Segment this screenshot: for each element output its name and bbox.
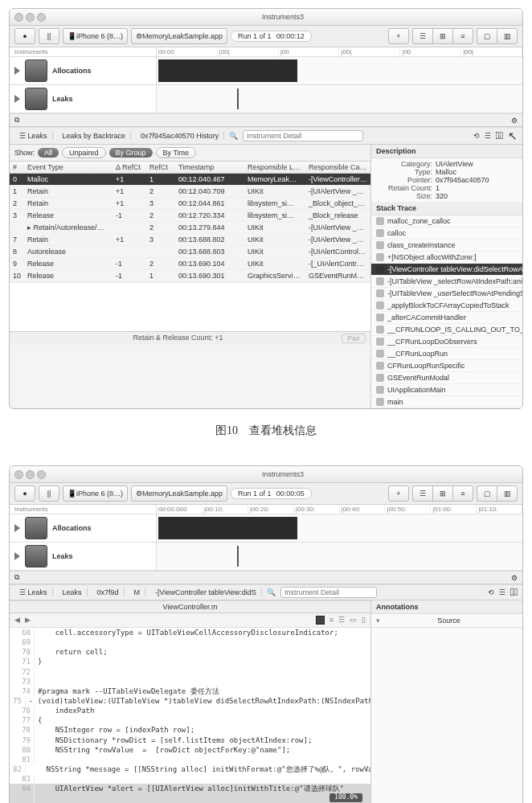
crumb-3[interactable]: M (129, 588, 146, 596)
nav-icon[interactable]: ⟲ (488, 588, 494, 596)
disclosure-icon[interactable] (14, 95, 20, 103)
filter-icon[interactable]: ⧉ (14, 116, 19, 125)
table-row[interactable]: 8Autorelease00:13.688.803UIKit-[UIAlertC… (10, 246, 370, 258)
code-line[interactable]: 68 cell.accessoryType = UITableViewCellA… (10, 628, 370, 637)
crumb-2[interactable]: 0x7f9d (92, 588, 125, 596)
track[interactable]: Leaks (10, 543, 522, 571)
disclosure-icon[interactable] (14, 67, 20, 75)
track[interactable]: Allocations (10, 57, 522, 85)
col-header[interactable]: Event Type (24, 162, 113, 174)
settings-icon[interactable]: ⿲ (496, 132, 503, 140)
stack-frame[interactable]: _afterCACommitHandler (371, 312, 522, 324)
view-seg[interactable]: ▢▥ (477, 485, 518, 502)
code-line[interactable]: 83 (10, 774, 370, 784)
table-row[interactable]: ▸ Retain/Autorelease/Release (3)200:13.2… (10, 222, 370, 234)
list-icon[interactable]: ☰ (485, 132, 491, 140)
gear-icon[interactable]: ⚙ (511, 574, 518, 582)
code-line[interactable]: 82 NSString *message = [[NSString alloc]… (10, 764, 370, 774)
code-line[interactable]: 80 NSString *rowValue = [rowDict objectF… (10, 745, 370, 755)
box-icon[interactable] (316, 616, 325, 625)
events-table[interactable]: #Event TypeΔ RefCtRefCtTimestampResponsi… (10, 162, 370, 282)
stack-frame[interactable]: main (371, 396, 522, 408)
stack-frame[interactable]: -[ViewController tableView:didSelectRowA… (371, 264, 522, 276)
record-button[interactable]: ● (14, 28, 35, 44)
device-selector[interactable]: 📱 iPhone 6 (8…) (63, 28, 128, 44)
pause-button[interactable]: || (39, 28, 59, 44)
table-row[interactable]: 2Retain+1300:12.044.861libsystem_si…_Blo… (10, 198, 370, 210)
table-row[interactable]: 3Release-1200:12.720.334libsystem_si…_Bl… (10, 210, 370, 222)
col-header[interactable]: Δ RefCt (113, 162, 146, 174)
list-icon[interactable]: ☰ (499, 588, 505, 596)
track-label[interactable]: ☰ Leaks (14, 588, 53, 596)
more-icon[interactable]: ▯ (362, 616, 366, 625)
disclosure-icon[interactable] (14, 552, 20, 560)
search-input[interactable] (243, 130, 363, 141)
stack-frame[interactable]: class_createInstance (371, 240, 522, 252)
code-line[interactable]: 78 NSInteger row = [indexPath row]; (10, 725, 370, 735)
add-button[interactable]: + (388, 485, 409, 502)
close-icon[interactable] (14, 470, 23, 479)
code-line[interactable]: 84 UIAlertView *alert = [[UIAlertView al… (10, 784, 370, 802)
crumb-2[interactable]: 0x7f945ac40570 History (136, 132, 224, 140)
crumb-1[interactable]: Leaks by Backtrace (58, 132, 132, 140)
col-header[interactable]: Responsible Caller (305, 162, 370, 174)
col-header[interactable]: # (10, 162, 24, 174)
record-button[interactable]: ● (14, 485, 35, 502)
filter-bygroup[interactable]: By Group (109, 148, 153, 158)
align-icon[interactable]: ≡ (329, 616, 334, 625)
code-line[interactable]: 71} (10, 657, 370, 666)
nav-icon[interactable]: ⟲ (473, 132, 480, 140)
stack-trace[interactable]: malloc_zone_calloccallocclass_createInst… (371, 215, 522, 408)
stack-frame[interactable]: -[UITableView _selectRowAtIndexPath:anim… (371, 276, 522, 288)
disclosure-icon[interactable] (14, 524, 20, 532)
code-line[interactable]: 76 indexPath (10, 706, 370, 715)
back-icon[interactable]: ◀ (14, 616, 20, 625)
zoom-icon[interactable] (37, 13, 46, 22)
gear-icon[interactable]: ⚙ (511, 117, 518, 125)
table-row[interactable]: 7Retain+1300:13.688.802UIKit-[UIAlertVie… (10, 234, 370, 246)
strategy-seg[interactable]: ☰⊞≡ (412, 485, 473, 502)
code-line[interactable]: 79 NSDictionary *rowDict = [self.listIte… (10, 735, 370, 745)
filter-all[interactable]: All (38, 148, 59, 158)
code-line[interactable]: 72 (10, 667, 370, 677)
view-seg[interactable]: ▢▥ (477, 28, 518, 44)
file-tab-label[interactable]: ViewController.m (163, 603, 218, 611)
crumb-1[interactable]: Leaks (58, 588, 88, 596)
minimize-icon[interactable] (26, 13, 35, 22)
filter-unpaired[interactable]: Unpaired (62, 147, 106, 158)
minimize-icon[interactable] (26, 470, 35, 479)
code-line[interactable]: 77{ (10, 715, 370, 725)
track[interactable]: Allocations (10, 514, 522, 543)
cfg-icon[interactable]: ☰ (338, 616, 345, 625)
code-line[interactable]: 81 (10, 755, 370, 764)
pause-button[interactable]: || (39, 485, 59, 502)
code-line[interactable]: 74#pragma mark --UITableViewDelegate 委任方… (10, 686, 370, 696)
table-row[interactable]: 9Release-1200:13.690.104UIKit-[_UIAlertC… (10, 258, 370, 270)
stack-frame[interactable]: __CFRunLoopDoObservers (371, 336, 522, 348)
stack-frame[interactable]: GSEventRunModal (371, 372, 522, 384)
pair-button[interactable]: Pair (342, 334, 366, 343)
target-selector[interactable]: ⚙ MemoryLeakSample.app (131, 485, 227, 502)
close-icon[interactable] (14, 13, 23, 22)
track[interactable]: Leaks (10, 85, 522, 113)
code-line[interactable]: 73 (10, 677, 370, 686)
stack-frame[interactable]: CFRunLoopRunSpecific (371, 360, 522, 372)
stack-frame[interactable]: calloc (371, 227, 522, 240)
search-input[interactable] (280, 587, 377, 598)
opt-icon[interactable]: ▭ (350, 616, 357, 625)
stack-frame[interactable]: __CFRunLoopRun (371, 348, 522, 360)
source-editor[interactable]: 68 cell.accessoryType = UITableViewCellA… (10, 628, 370, 803)
code-line[interactable]: 69 (10, 637, 370, 647)
code-line[interactable]: 70 return cell; (10, 647, 370, 657)
stack-frame[interactable]: -[UITableView _userSelectRowAtPendingSe… (371, 288, 522, 300)
device-selector[interactable]: 📱 iPhone 6 (8…) (63, 485, 128, 502)
table-row[interactable]: 1Retain+1200:12.040.709UIKit-[UIAlertVie… (10, 186, 370, 198)
stack-frame[interactable]: __CFRUNLOOP_IS_CALLING_OUT_TO_AN… (371, 324, 522, 336)
stack-frame[interactable]: +[NSObject allocWithZone:] (371, 252, 522, 264)
col-header[interactable]: Timestamp (175, 162, 244, 174)
target-selector[interactable]: ⚙ MemoryLeakSample.app (131, 28, 227, 44)
zoom-icon[interactable] (37, 470, 46, 479)
table-row[interactable]: 10Release-1100:13.690.301GraphicsServi…G… (10, 270, 370, 282)
stack-frame[interactable]: UIApplicationMain (371, 384, 522, 396)
stack-frame[interactable]: malloc_zone_calloc (371, 215, 522, 227)
